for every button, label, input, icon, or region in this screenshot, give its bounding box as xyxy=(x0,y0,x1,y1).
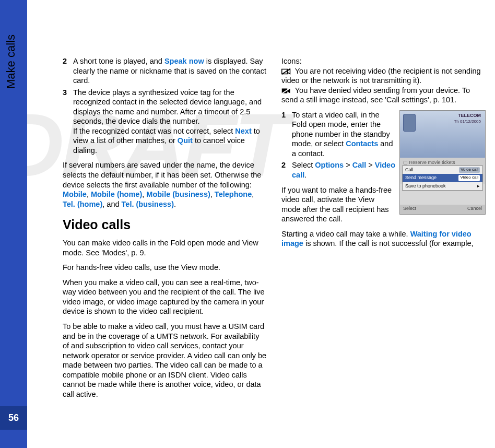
tel-home-link: Tel. (home) xyxy=(63,200,102,208)
video-paragraph-2: For hands-free video calls, use the View… xyxy=(63,263,267,273)
call-link: Call xyxy=(352,161,367,169)
usim-paragraph: To be able to make a video call, you mus… xyxy=(63,322,267,399)
menu-save: Save to phonebook xyxy=(405,183,446,190)
options-link: Options xyxy=(315,161,344,169)
step-body: A short tone is played, and Speak now is… xyxy=(73,56,267,86)
video-not-receiving-icon xyxy=(281,68,291,75)
video-paragraph-1: You can make video calls in the Fold ope… xyxy=(63,238,267,257)
text: , and xyxy=(102,200,121,208)
step-body: The device plays a synthesized voice tag… xyxy=(73,88,267,156)
starting-paragraph: Starting a video call may take a while. … xyxy=(281,229,486,249)
step-number: 2 xyxy=(281,160,292,180)
icon2-text: You have denied video sending from your … xyxy=(281,86,470,104)
reserve-text: ▢ Reserve movie tickets xyxy=(403,160,482,166)
text: The device plays a synthesized voice tag… xyxy=(73,88,262,126)
contacts-link: Contacts xyxy=(346,139,378,148)
text: , xyxy=(210,190,215,198)
video-paragraph-3: When you make a video call, you can see … xyxy=(63,278,267,316)
next-link: Next xyxy=(235,127,251,135)
video-call-badge: Video call xyxy=(458,175,480,181)
step-number: 1 xyxy=(281,110,292,159)
page-content: 2 A short tone is played, and Speak now … xyxy=(63,56,486,417)
icon1-text: You are not receiving video (the recipie… xyxy=(281,67,481,85)
several-numbers-paragraph: If several numbers are saved under the n… xyxy=(63,160,267,209)
mobile-home-link: Mobile (home) xyxy=(91,190,142,198)
text: , xyxy=(252,190,254,198)
tel-business-link: Tel. (business) xyxy=(122,200,174,208)
softkey-select: Select xyxy=(403,206,416,213)
video-denied-icon xyxy=(281,87,291,95)
video-step-2: 2 Select Options > Call > Video call. xyxy=(281,160,395,180)
step-3: 3 The device plays a synthesized voice t… xyxy=(63,88,267,156)
phone-screenshot: TELECOM Th 01/12/2005 ▢ Reserve movie ti… xyxy=(399,110,486,215)
step-number: 2 xyxy=(63,56,73,86)
step-number: 3 xyxy=(63,88,73,156)
step-body: To start a video call, in the Fold open … xyxy=(292,110,395,159)
icons-paragraph: Icons: You are not receiving video (the … xyxy=(281,56,486,105)
menu-send-message: Send message xyxy=(405,175,437,181)
video-step-1: 1 To start a video call, in the Fold ope… xyxy=(281,110,395,159)
text: > xyxy=(366,161,375,169)
mobile-business-link: Mobile (business) xyxy=(146,190,210,198)
telephone-link: Telephone xyxy=(215,190,252,198)
video-calls-heading: Video calls xyxy=(63,216,267,233)
text: A short tone is played, and xyxy=(73,57,164,65)
voice-call-badge: Voice call xyxy=(459,167,480,173)
step-body: Select Options > Call > Video call. xyxy=(292,160,395,180)
text: If several numbers are saved under the n… xyxy=(63,161,261,188)
text: is shown. If the call is not successful … xyxy=(303,239,474,247)
speak-now-label: Speak now xyxy=(164,57,204,65)
quit-link: Quit xyxy=(178,136,193,145)
text: Select xyxy=(292,161,315,169)
text: . xyxy=(304,171,307,179)
text: If the recognized contact was not correc… xyxy=(73,127,235,135)
step-2: 2 A short tone is played, and Speak now … xyxy=(63,56,267,86)
context-menu: CallVoice call Send messageVideo call Sa… xyxy=(402,166,483,191)
menu-call: Call xyxy=(405,167,414,173)
phone-date: Th 01/12/2005 xyxy=(454,119,481,124)
softkey-cancel: Cancel xyxy=(467,206,482,213)
operator-name: TELECOM xyxy=(458,113,481,119)
section-side-label: Make calls xyxy=(30,52,43,125)
text: , xyxy=(87,190,91,198)
mobile-link: Mobile xyxy=(63,190,87,198)
battery-icon xyxy=(403,114,416,132)
text: Starting a video call may take a while. xyxy=(281,230,410,238)
text: > xyxy=(344,161,352,169)
text: . xyxy=(174,200,176,208)
icons-label: Icons: xyxy=(281,57,302,65)
submenu-arrow-icon: ▸ xyxy=(477,183,480,190)
page-number: 56 xyxy=(0,406,27,430)
